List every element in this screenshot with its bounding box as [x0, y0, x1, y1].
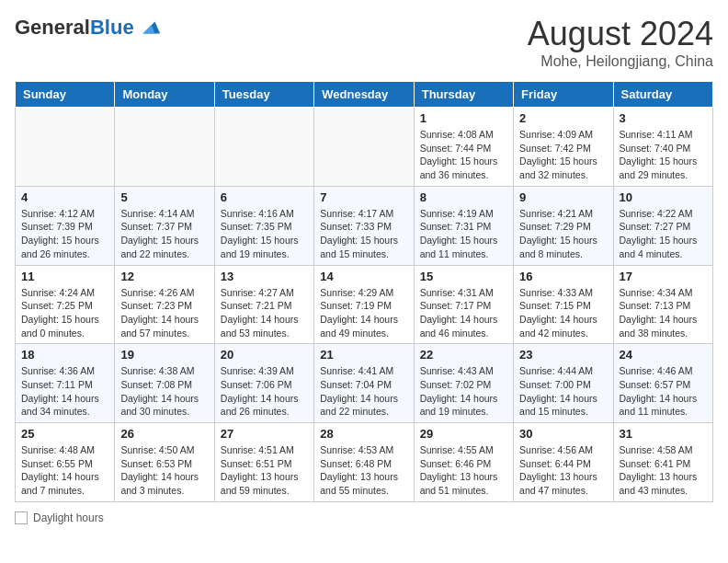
table-row: 5Sunrise: 4:14 AM Sunset: 7:37 PM Daylig… [115, 186, 214, 265]
day-info: Sunrise: 4:16 AM Sunset: 7:35 PM Dayligh… [221, 207, 308, 261]
page-header: GeneralBlue August 2024 Mohe, Heilongjia… [15, 15, 713, 70]
table-row: 2Sunrise: 4:09 AM Sunset: 7:42 PM Daylig… [514, 108, 613, 187]
day-number: 24 [620, 348, 707, 362]
day-number: 29 [420, 427, 507, 441]
day-number: 19 [120, 348, 208, 362]
day-info: Sunrise: 4:27 AM Sunset: 7:21 PM Dayligh… [221, 286, 308, 340]
day-number: 28 [320, 427, 407, 441]
day-info: Sunrise: 4:48 AM Sunset: 6:55 PM Dayligh… [21, 443, 108, 498]
table-row: 25Sunrise: 4:48 AM Sunset: 6:55 PM Dayli… [16, 423, 115, 502]
day-info: Sunrise: 4:41 AM Sunset: 7:04 PM Dayligh… [320, 364, 407, 419]
calendar-week-1: 1Sunrise: 4:08 AM Sunset: 7:44 PM Daylig… [16, 108, 713, 187]
day-info: Sunrise: 4:56 AM Sunset: 6:44 PM Dayligh… [519, 443, 607, 498]
day-number: 17 [620, 270, 707, 283]
footer: Daylight hours [15, 511, 713, 524]
table-row: 6Sunrise: 4:16 AM Sunset: 7:35 PM Daylig… [214, 186, 313, 265]
day-info: Sunrise: 4:38 AM Sunset: 7:08 PM Dayligh… [120, 364, 208, 419]
table-row: 16Sunrise: 4:33 AM Sunset: 7:15 PM Dayli… [514, 265, 613, 344]
day-number: 9 [519, 190, 607, 204]
day-number: 20 [221, 348, 308, 362]
day-info: Sunrise: 4:17 AM Sunset: 7:33 PM Dayligh… [320, 207, 407, 261]
logo-general: General [15, 16, 90, 39]
footer-icon [15, 511, 28, 524]
table-row: 18Sunrise: 4:36 AM Sunset: 7:11 PM Dayli… [16, 344, 115, 423]
logo: GeneralBlue [15, 15, 162, 40]
day-number: 23 [519, 348, 607, 362]
logo-blue: Blue [90, 16, 134, 39]
day-info: Sunrise: 4:58 AM Sunset: 6:41 PM Dayligh… [620, 443, 707, 498]
day-info: Sunrise: 4:19 AM Sunset: 7:31 PM Dayligh… [420, 207, 507, 261]
table-row [214, 108, 313, 187]
day-number: 25 [21, 427, 108, 441]
day-info: Sunrise: 4:53 AM Sunset: 6:48 PM Dayligh… [320, 443, 407, 498]
day-number: 6 [221, 190, 308, 204]
table-row: 28Sunrise: 4:53 AM Sunset: 6:48 PM Dayli… [314, 423, 414, 502]
col-sunday: Sunday [16, 82, 115, 108]
day-info: Sunrise: 4:21 AM Sunset: 7:29 PM Dayligh… [519, 207, 607, 261]
table-row: 24Sunrise: 4:46 AM Sunset: 6:57 PM Dayli… [613, 344, 712, 423]
day-number: 30 [519, 427, 607, 441]
table-row: 20Sunrise: 4:39 AM Sunset: 7:06 PM Dayli… [214, 344, 313, 423]
table-row: 30Sunrise: 4:56 AM Sunset: 6:44 PM Dayli… [514, 423, 613, 502]
day-number: 2 [519, 111, 607, 125]
col-saturday: Saturday [613, 82, 712, 108]
location-subtitle: Mohe, Heilongjiang, China [528, 53, 713, 70]
table-row: 31Sunrise: 4:58 AM Sunset: 6:41 PM Dayli… [613, 423, 712, 502]
day-number: 5 [120, 190, 208, 204]
day-info: Sunrise: 4:51 AM Sunset: 6:51 PM Dayligh… [221, 443, 308, 498]
day-info: Sunrise: 4:29 AM Sunset: 7:19 PM Dayligh… [320, 286, 407, 340]
calendar-week-3: 11Sunrise: 4:24 AM Sunset: 7:25 PM Dayli… [16, 265, 713, 344]
footer-label: Daylight hours [33, 511, 104, 524]
col-thursday: Thursday [414, 82, 513, 108]
table-row: 3Sunrise: 4:11 AM Sunset: 7:40 PM Daylig… [613, 108, 712, 187]
table-row: 11Sunrise: 4:24 AM Sunset: 7:25 PM Dayli… [16, 265, 115, 344]
day-number: 26 [120, 427, 208, 441]
day-info: Sunrise: 4:31 AM Sunset: 7:17 PM Dayligh… [420, 286, 507, 340]
day-number: 27 [221, 427, 308, 441]
day-info: Sunrise: 4:22 AM Sunset: 7:27 PM Dayligh… [620, 207, 707, 261]
day-number: 22 [420, 348, 507, 362]
table-row: 15Sunrise: 4:31 AM Sunset: 7:17 PM Dayli… [414, 265, 513, 344]
day-info: Sunrise: 4:36 AM Sunset: 7:11 PM Dayligh… [21, 364, 108, 419]
col-monday: Monday [115, 82, 214, 108]
day-info: Sunrise: 4:14 AM Sunset: 7:37 PM Dayligh… [120, 207, 208, 261]
calendar-table: Sunday Monday Tuesday Wednesday Thursday… [15, 81, 713, 502]
day-number: 18 [21, 348, 108, 362]
day-number: 12 [120, 270, 208, 283]
calendar-header-row: Sunday Monday Tuesday Wednesday Thursday… [16, 82, 713, 108]
table-row: 8Sunrise: 4:19 AM Sunset: 7:31 PM Daylig… [414, 186, 513, 265]
table-row [16, 108, 115, 187]
table-row: 19Sunrise: 4:38 AM Sunset: 7:08 PM Dayli… [115, 344, 214, 423]
day-info: Sunrise: 4:44 AM Sunset: 7:00 PM Dayligh… [519, 364, 607, 419]
table-row: 7Sunrise: 4:17 AM Sunset: 7:33 PM Daylig… [314, 186, 414, 265]
table-row [314, 108, 414, 187]
title-block: August 2024 Mohe, Heilongjiang, China [528, 15, 713, 70]
col-wednesday: Wednesday [314, 82, 414, 108]
calendar-week-2: 4Sunrise: 4:12 AM Sunset: 7:39 PM Daylig… [16, 186, 713, 265]
table-row: 1Sunrise: 4:08 AM Sunset: 7:44 PM Daylig… [414, 108, 513, 187]
day-number: 7 [320, 190, 407, 204]
table-row: 9Sunrise: 4:21 AM Sunset: 7:29 PM Daylig… [514, 186, 613, 265]
table-row: 13Sunrise: 4:27 AM Sunset: 7:21 PM Dayli… [214, 265, 313, 344]
table-row: 10Sunrise: 4:22 AM Sunset: 7:27 PM Dayli… [613, 186, 712, 265]
day-info: Sunrise: 4:12 AM Sunset: 7:39 PM Dayligh… [21, 207, 108, 261]
day-number: 8 [420, 190, 507, 204]
table-row: 4Sunrise: 4:12 AM Sunset: 7:39 PM Daylig… [16, 186, 115, 265]
col-tuesday: Tuesday [214, 82, 313, 108]
day-info: Sunrise: 4:50 AM Sunset: 6:53 PM Dayligh… [120, 443, 208, 498]
month-year-title: August 2024 [528, 15, 713, 53]
day-number: 13 [221, 270, 308, 283]
table-row: 22Sunrise: 4:43 AM Sunset: 7:02 PM Dayli… [414, 344, 513, 423]
day-number: 11 [21, 270, 108, 283]
day-number: 14 [320, 270, 407, 283]
table-row: 14Sunrise: 4:29 AM Sunset: 7:19 PM Dayli… [314, 265, 414, 344]
table-row: 17Sunrise: 4:34 AM Sunset: 7:13 PM Dayli… [613, 265, 712, 344]
col-friday: Friday [514, 82, 613, 108]
day-info: Sunrise: 4:39 AM Sunset: 7:06 PM Dayligh… [221, 364, 308, 419]
day-info: Sunrise: 4:46 AM Sunset: 6:57 PM Dayligh… [620, 364, 707, 419]
table-row: 12Sunrise: 4:26 AM Sunset: 7:23 PM Dayli… [115, 265, 214, 344]
day-number: 3 [620, 111, 707, 125]
day-info: Sunrise: 4:26 AM Sunset: 7:23 PM Dayligh… [120, 286, 208, 340]
day-number: 15 [420, 270, 507, 283]
day-number: 21 [320, 348, 407, 362]
